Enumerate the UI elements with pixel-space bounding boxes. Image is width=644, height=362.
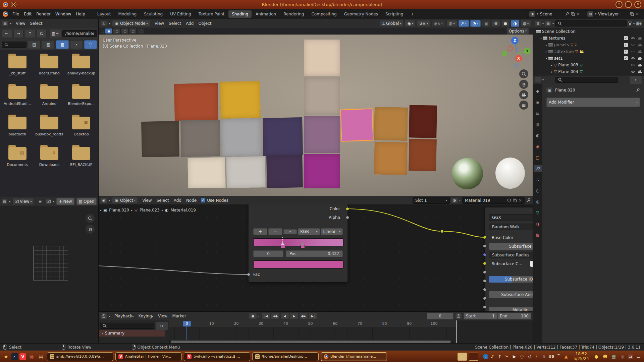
tray-upload[interactable]: ↥ — [496, 354, 503, 359]
socket-specular-tint[interactable] — [483, 305, 486, 309]
file-list-item[interactable]: busybox_rootfs — [33, 115, 65, 136]
file-list-item[interactable]: Arduino — [33, 84, 65, 106]
workspace-tab-animation[interactable]: Animation — [252, 10, 279, 18]
launcher-favorites-star[interactable]: ★ — [2, 353, 10, 361]
socket-subsurface-ior[interactable] — [483, 270, 486, 274]
timeline-hscrollbar[interactable] — [171, 341, 454, 343]
subsurface-method-dropdown[interactable]: Random Walk — [489, 224, 533, 230]
playhead-line[interactable] — [186, 326, 187, 340]
tray-clipboard-scissors[interactable]: ✂ — [504, 354, 511, 359]
file-list-item[interactable]: AndroidStudi... — [1, 84, 33, 106]
file-list-item[interactable]: _cb_stuff — [1, 54, 33, 75]
properties-tab-output[interactable]: ▤ — [534, 110, 542, 117]
editor-type-icon[interactable]: ☰ — [535, 77, 541, 82]
workspace-tab-texture-paint[interactable]: Texture Paint — [195, 10, 228, 18]
playhead-frame-badge[interactable]: 0 — [183, 321, 191, 326]
pan-tool-button[interactable] — [86, 225, 95, 234]
current-frame-field[interactable]: 0 — [427, 313, 453, 319]
select-mode-intersect-button[interactable]: ⬚ — [138, 28, 144, 34]
launcher-media-app[interactable]: ◉ — [28, 353, 36, 361]
active-tool-icon[interactable]: ⬚ — [101, 29, 104, 33]
previous-keyframe-button[interactable]: ◀◆ — [271, 313, 280, 319]
tray-music-note[interactable]: ♪ — [489, 354, 496, 359]
file-list-item[interactable]: ▤Documents — [1, 145, 33, 167]
perspective-toggle-button[interactable]: ▦ — [519, 101, 528, 110]
file-path-field[interactable]: /home/amalie/ — [62, 30, 97, 37]
file-list-item[interactable]: anakey-backup — [65, 54, 97, 75]
tray-warning[interactable]: ▲ — [563, 354, 570, 359]
pin-icon[interactable] — [526, 198, 531, 203]
material-plane[interactable] — [220, 81, 261, 119]
mode-dropdown[interactable]: View▾ — [12, 198, 34, 205]
camera-toggle[interactable] — [637, 56, 643, 60]
socket-alpha-output[interactable] — [346, 216, 349, 219]
display-settings-dropdown[interactable]: ▾ — [70, 40, 83, 49]
node-canvas[interactable]: ▸ ▣Plane.020 ▸ ▽Plane.023 ▸ ◐Material.01… — [99, 204, 533, 312]
show-gizmo-dropdown[interactable]: ◎▾ — [446, 20, 457, 27]
menu-filebrowser-view[interactable]: View — [13, 20, 28, 26]
check-toggle[interactable]: ✓ — [623, 43, 629, 47]
editor-type-icon[interactable]: ▤ — [2, 21, 8, 26]
overlays-toggle[interactable]: ◔▾ — [470, 20, 481, 27]
outliner-search-input[interactable] — [555, 20, 627, 26]
launcher-vivaldi-browser[interactable]: V — [19, 353, 26, 360]
workspace-tab-compositing[interactable]: Compositing — [308, 10, 340, 18]
stop-position-field[interactable]: Pos0.332 — [286, 250, 343, 257]
create-directory-button[interactable]: ▨+ — [49, 29, 61, 38]
socket-base-color[interactable] — [483, 236, 486, 239]
menu-timeline-playback[interactable]: Playback▾ — [112, 313, 136, 319]
navigation-gizmo[interactable]: Z Y X — [501, 36, 532, 68]
stop-handle-active[interactable] — [281, 245, 285, 248]
properties-tab-material[interactable]: ◑ — [534, 220, 542, 228]
add-workspace-button[interactable]: + — [407, 10, 417, 18]
blender-menu-icon[interactable] — [3, 11, 8, 17]
tray-signal[interactable]: ◌ — [519, 354, 525, 359]
properties-tab-world[interactable]: ◉ — [534, 143, 542, 150]
menu-top-help[interactable]: Help — [73, 11, 87, 17]
file-list-item[interactable]: ⇩Downloads — [33, 145, 65, 167]
socket-subsurface[interactable] — [483, 244, 486, 248]
menu-top-window[interactable]: Window — [53, 11, 73, 17]
new-image-button[interactable]: + New — [56, 198, 74, 205]
workspace-tab-rendering[interactable]: Rendering — [280, 10, 307, 18]
disclosure-icon[interactable]: ▸ — [551, 64, 552, 67]
extra-calculator[interactable]: ▦ — [610, 354, 617, 359]
select-mode-subtract-button[interactable]: ▢ — [121, 28, 128, 34]
material-plane[interactable] — [226, 156, 266, 188]
snap-magnet-toggle[interactable]: ∪≡▾ — [417, 20, 430, 27]
tray-keyboard-layout[interactable]: US — [548, 354, 555, 359]
properties-tab-render[interactable]: ▣ — [534, 99, 542, 106]
active-stop-index-field[interactable]: 0 — [253, 250, 283, 257]
taskbar-window-smb-awv-10-0-0-8[interactable]: smb://awv@10.0.0.89/a... — [47, 352, 113, 361]
menu-top-edit[interactable]: Edit — [21, 11, 34, 17]
copy-icon[interactable] — [513, 198, 517, 202]
eye-toggle[interactable] — [630, 63, 636, 67]
outliner-row-3dtexture[interactable]: ▸3dtexture▽✓ — [533, 48, 644, 55]
editor-type-icon[interactable]: ⊞ — [535, 21, 541, 26]
workspace-tab-shading[interactable]: Shading — [228, 10, 252, 18]
breadcrumb-material[interactable]: Material.019 — [170, 208, 196, 213]
menu-viewport-object[interactable]: Object — [196, 20, 214, 26]
selected-material-plane[interactable] — [341, 109, 373, 141]
fake-user-shield-icon[interactable] — [507, 198, 511, 202]
socket-color-output[interactable] — [346, 207, 349, 210]
properties-tab-view-layer[interactable]: ▥ — [534, 121, 542, 128]
check-toggle[interactable]: ✓ — [623, 56, 629, 60]
workspace-tab-geometry-nodes[interactable]: Geometry Nodes — [341, 10, 381, 18]
properties-tab-tool[interactable]: ◆ — [534, 87, 542, 95]
gizmos-toggle[interactable]: ↗▾ — [459, 20, 469, 27]
color-ramp-gradient[interactable] — [253, 238, 343, 246]
shader-type-dropdown[interactable]: ▣Object▾ — [112, 197, 138, 204]
properties-tab-physics[interactable]: ○ — [534, 187, 542, 194]
disclosure-icon[interactable]: ▾ — [540, 37, 542, 40]
display-thumbnails-button[interactable]: ▦ — [56, 40, 69, 49]
camera-toggle[interactable] — [637, 63, 643, 67]
jump-to-start-button[interactable]: |◀ — [262, 313, 270, 319]
eye-toggle[interactable] — [630, 56, 636, 60]
pin-icon[interactable] — [565, 12, 569, 16]
extra-archive-a[interactable]: a — [628, 354, 633, 359]
socket-subsurface-anisotr[interactable] — [483, 279, 486, 283]
workspace-tab-scripting[interactable]: Scripting — [382, 10, 407, 18]
workspace-1-pager[interactable] — [458, 353, 467, 361]
refresh-button[interactable] — [37, 29, 47, 38]
